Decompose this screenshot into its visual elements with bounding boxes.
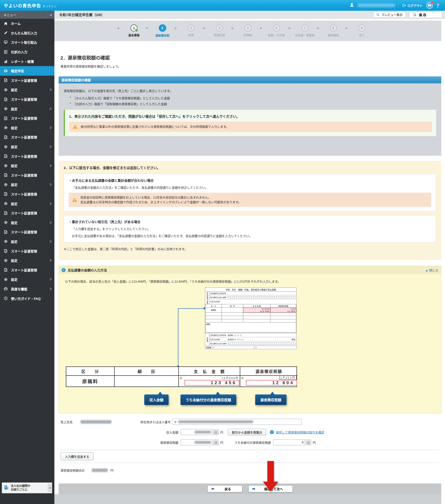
step-label: 基本情報 (128, 33, 139, 37)
warning-text: 給与所得など事業以外の源泉徴収票に記載されている源泉徴収税額については、次の所得… (81, 125, 229, 129)
confirm-transactions-link[interactable]: 保存して源泉徴収税額の取引を確認 (276, 430, 324, 434)
chevron-right-icon (48, 484, 52, 492)
back-button[interactable]: 戻る (207, 485, 242, 492)
income-input[interactable] (181, 429, 213, 435)
col-category: 区 分 (66, 367, 115, 376)
logout-button[interactable]: ログアウト (402, 3, 423, 8)
sidebar-item[interactable]: スマート証憑管理 (0, 170, 54, 180)
sidebar-item[interactable]: 設定 (0, 104, 54, 113)
sidebar-item[interactable]: 仕訳の入力 (0, 47, 54, 57)
calculator-button[interactable] (306, 440, 311, 445)
chevron-right-icon (49, 126, 51, 129)
warning-text-line1: 売掛金の回収時に源泉徴収税額を計上している場合、12月末の未回収分は集計に含まれ… (80, 196, 211, 199)
yen-label: 円 (313, 440, 316, 445)
sidebar-item[interactable]: スマート証憑管理 (0, 95, 54, 104)
sidebar-item[interactable]: 設定 (0, 199, 54, 208)
chevron-right-icon (49, 221, 51, 224)
support-chat-button[interactable]: ! (426, 2, 433, 9)
calculator-button[interactable] (213, 440, 219, 445)
sidebar-item[interactable]: スマート証憑管理 (0, 246, 54, 256)
callout-income-label: 収入金額 (144, 395, 169, 405)
sidebar-item[interactable]: 設定 (0, 218, 54, 227)
address-input[interactable]: 〒 (173, 419, 302, 425)
calculator-icon (214, 431, 218, 434)
menu-toggle[interactable]: メニュー ◀ (0, 11, 54, 19)
case-missing-box: ・集計されていない取引先（売上先）がある場合 「入力欄を追加する」をクリックして… (64, 215, 436, 242)
sidebar-item[interactable]: スマート証憑管理 (0, 151, 54, 161)
withholding-tax-label: 源泉徴収税額 (60, 440, 178, 445)
step-number: 7 (304, 26, 306, 30)
sidebar-item[interactable]: スマート証憑管理 (0, 189, 54, 199)
sidebar-item[interactable]: スマート証憑管理 (0, 76, 54, 85)
sidebar-item[interactable]: レポート・帳簿 (0, 56, 54, 66)
number-label: 個人番号又は法人番号 (210, 296, 227, 298)
save-and-next-button[interactable]: 保存して次へ (249, 485, 293, 492)
sidebar-item[interactable]: スマート証憑管理 (0, 113, 54, 123)
sidebar-item[interactable]: スマート取引取込 (0, 37, 54, 47)
case-mismatch-box: ・お手元にある支払調書の金額と集計金額が合わない場合 「支払調書の金額の入力方法… (64, 174, 436, 211)
progress-step: 8 最終確認 (324, 24, 342, 37)
divider (60, 450, 439, 450)
row-category: 原稿料 (66, 376, 115, 387)
chevron-right-icon (49, 145, 51, 148)
sidebar-item[interactable]: 設定 (0, 161, 54, 170)
sidebar-item-icon (4, 173, 8, 177)
sidebar-item[interactable]: ? 使い方ガイド・FAQ (0, 294, 54, 303)
sidebar-item-icon (4, 287, 8, 291)
building-icon (4, 485, 9, 491)
unpaid-tax-input[interactable] (273, 439, 305, 445)
collapse-sidebar-icon[interactable]: ◀ (47, 11, 54, 19)
sidebar-item[interactable]: かんたん取引入力 (0, 28, 54, 38)
sidebar-item[interactable]: 設定 (0, 275, 54, 284)
app-title-suffix: オンライン (42, 4, 56, 8)
sidebar-item[interactable]: 設定 (0, 85, 54, 95)
withholding-tax-input[interactable] (181, 439, 213, 445)
sidebar-item[interactable]: 設定 (0, 142, 54, 152)
warning-icon (72, 197, 77, 202)
help-button[interactable]: ？ (437, 2, 441, 9)
sidebar: ホーム かんたん取引入力 スマート取引取込 仕訳の入力 レポート・帳簿 (0, 19, 54, 504)
number-cells (228, 296, 296, 298)
sidebar-item[interactable]: 設定 (0, 123, 54, 133)
recalculate-button[interactable]: 取引から金額を再集計 (228, 429, 266, 435)
sidebar-item[interactable]: スマート証憑管理 (0, 208, 54, 218)
sidebar-item-icon (4, 230, 8, 234)
sidebar-item-icon (4, 192, 8, 196)
callout-tax-label: 源泉徴収税額 (255, 395, 286, 405)
summary-bullet: ［仕訳の入力］画面で「受取報酬の源泉徴収税」として入力した金額 (70, 102, 436, 106)
check-icon: ✓ (135, 29, 138, 32)
step-number: 8 (333, 26, 334, 30)
seiri-label: 整理欄 (205, 346, 212, 349)
sidebar-item[interactable]: 確定申告 (0, 66, 54, 76)
save-button[interactable]: 保 存 (409, 11, 442, 18)
sidebar-item[interactable]: 設定 (0, 237, 54, 246)
sidebar-item-icon (4, 59, 8, 64)
sidebar-item-icon (4, 211, 8, 215)
step-circle: 3 (187, 24, 195, 32)
question-circle-icon: ? (62, 268, 66, 272)
add-row-button[interactable]: 入力欄を追加する (60, 452, 94, 460)
username-redacted (358, 4, 395, 7)
step-number: 3 (190, 26, 192, 30)
sidebar-item[interactable]: スマート証憑管理 (0, 265, 54, 275)
sample-table-enlarged: 区 分 細 目 支 払 金 額 源泉徴収税額 原稿料 内10千000円 123 … (66, 366, 297, 387)
instruction-step1-text: 1．表示された内容をご確認いただき、問題がない場合は「保存して次へ」をクリックし… (69, 114, 432, 119)
sidebar-item-icon (4, 268, 8, 272)
calculator-button[interactable] (213, 429, 219, 435)
step-number: 9 (361, 26, 363, 30)
sidebar-item[interactable]: 設定 (0, 180, 54, 189)
progress-step: 9 完了 (353, 24, 371, 37)
incorporation-promo-banner[interactable]: 法人化の疑問やお困りごとに (2, 483, 52, 493)
sidebar-item-icon (4, 40, 8, 44)
name-label: 氏名又は名称 (210, 300, 220, 303)
address-label: 所在地または法人番号 (140, 420, 171, 424)
sidebar-item[interactable]: 高度な機能 (0, 284, 54, 294)
sidebar-item[interactable]: スマート証憑管理 (0, 227, 54, 237)
question-circle-icon[interactable]: ? (270, 430, 274, 434)
sidebar-item[interactable]: スマート証憑管理 (0, 132, 54, 142)
sidebar-item[interactable]: ホーム (0, 19, 54, 28)
preview-button[interactable]: プレビュー表示 (373, 11, 406, 18)
collapse-panel-link[interactable]: ▲ 閉じる (425, 268, 438, 272)
sidebar-item[interactable]: 設定 (0, 256, 54, 265)
callout-unpaid-label: うち未納付分の源泉徴収税額 (180, 395, 236, 405)
